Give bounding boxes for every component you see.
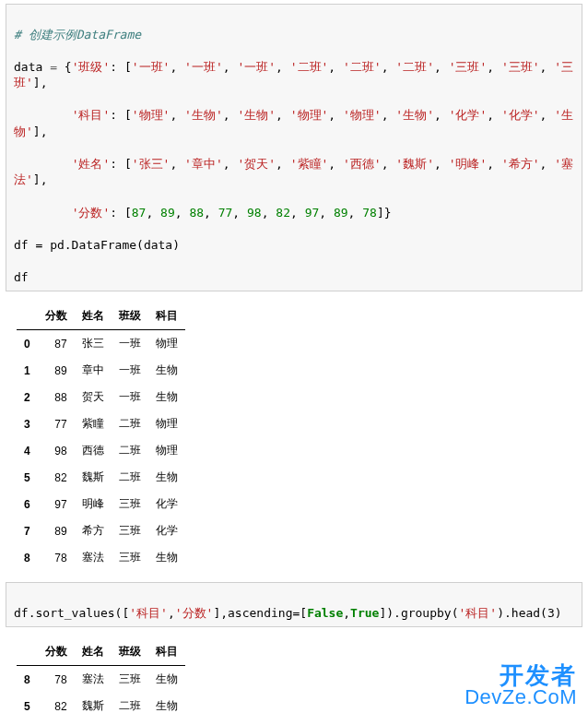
column-header: 科目	[148, 638, 185, 666]
cell: 一班	[112, 357, 148, 384]
table-row: 189章中一班生物	[17, 357, 185, 384]
cell: 97	[38, 491, 75, 517]
dataframe-output-2: 分数姓名班级科目 878塞法三班生物582魏斯二班生物288贺天一班生物377紫…	[0, 631, 588, 713]
cell: 生物	[148, 693, 185, 713]
table-body-1: 087张三一班物理189章中一班生物288贺天一班生物377紫瞳二班物理498西…	[17, 330, 185, 572]
table-row: 582魏斯二班生物	[17, 464, 185, 491]
dataframe-table-2: 分数姓名班级科目 878塞法三班生物582魏斯二班生物288贺天一班生物377紫…	[17, 638, 185, 713]
cell: 生物	[148, 464, 185, 491]
cell: 章中	[75, 357, 112, 384]
cell: 82	[38, 693, 75, 713]
table-row: 498西德二班物理	[17, 437, 185, 464]
table-body-2: 878塞法三班生物582魏斯二班生物288贺天一班生物377紫瞳二班物理087张…	[17, 666, 185, 713]
row-index: 7	[17, 517, 38, 544]
row-index: 3	[17, 410, 38, 437]
column-header: 姓名	[75, 303, 112, 330]
table-row: 377紫瞳二班物理	[17, 410, 185, 437]
row-index: 8	[17, 666, 38, 694]
list-vals4: 87, 89, 88, 77, 98, 82, 97, 89, 78	[132, 206, 377, 220]
row-index: 5	[17, 693, 38, 713]
cell: 生物	[148, 384, 185, 410]
row-index: 8	[17, 544, 38, 571]
cell: 二班	[112, 410, 148, 437]
table-row: 288贺天一班生物	[17, 384, 185, 410]
cell: 89	[38, 517, 75, 544]
cell: 化学	[148, 517, 185, 544]
cell: 一班	[112, 330, 148, 358]
table-header-row: 分数姓名班级科目	[17, 303, 185, 330]
cell: 三班	[112, 491, 148, 517]
table-row: 878塞法三班生物	[17, 666, 185, 694]
cell: 78	[38, 544, 75, 571]
row-index: 2	[17, 384, 38, 410]
cell: 二班	[112, 437, 148, 464]
code-comment: # 创建示例DataFrame	[14, 28, 141, 42]
table-row: 582魏斯二班生物	[17, 693, 185, 713]
table-header-row-2: 分数姓名班级科目	[17, 638, 185, 666]
column-header: 班级	[112, 303, 148, 330]
cell: 魏斯	[75, 464, 112, 491]
column-header: 姓名	[75, 638, 112, 666]
cell: 一班	[112, 384, 148, 410]
cell: 张三	[75, 330, 112, 358]
cell: 物理	[148, 410, 185, 437]
cell: 生物	[148, 357, 185, 384]
cell: 物理	[148, 437, 185, 464]
cell: 三班	[112, 666, 148, 694]
cell: 87	[38, 330, 75, 358]
cell: 生物	[148, 544, 185, 571]
cell: 88	[38, 384, 75, 410]
column-header: 科目	[148, 303, 185, 330]
table-row: 697明峰三班化学	[17, 491, 185, 517]
row-index: 5	[17, 464, 38, 491]
code-text: data	[14, 60, 50, 74]
table-row: 087张三一班物理	[17, 330, 185, 358]
table-row: 789希方三班化学	[17, 517, 185, 544]
row-index: 6	[17, 491, 38, 517]
cell: 98	[38, 437, 75, 464]
cell: 三班	[112, 544, 148, 571]
cell: 塞法	[75, 544, 112, 571]
row-index: 4	[17, 437, 38, 464]
row-index: 0	[17, 330, 38, 358]
column-header: 班级	[112, 638, 148, 666]
column-header: 分数	[38, 638, 75, 666]
cell: 77	[38, 410, 75, 437]
dataframe-output-1: 分数姓名班级科目 087张三一班物理189章中一班生物288贺天一班生物377紫…	[0, 295, 588, 578]
table-row: 878塞法三班生物	[17, 544, 185, 571]
cell: 魏斯	[75, 693, 112, 713]
cell: 塞法	[75, 666, 112, 694]
cell: 物理	[148, 330, 185, 358]
row-index: 1	[17, 357, 38, 384]
cell: 贺天	[75, 384, 112, 410]
cell: 89	[38, 357, 75, 384]
code-line-df: df = pd.DataFrame(data)	[14, 238, 180, 252]
column-header: 分数	[38, 303, 75, 330]
code-cell-1: # 创建示例DataFrame data = {'班级': ['一班', '一班…	[6, 4, 582, 291]
cell: 化学	[148, 491, 185, 517]
cell: 82	[38, 464, 75, 491]
cell: 西德	[75, 437, 112, 464]
cell: 二班	[112, 693, 148, 713]
dataframe-table-1: 分数姓名班级科目 087张三一班物理189章中一班生物288贺天一班生物377紫…	[17, 303, 185, 571]
cell: 78	[38, 666, 75, 694]
cell: 紫瞳	[75, 410, 112, 437]
cell: 明峰	[75, 491, 112, 517]
cell: 二班	[112, 464, 148, 491]
cell: 三班	[112, 517, 148, 544]
cell: 生物	[148, 666, 185, 694]
cell: 希方	[75, 517, 112, 544]
code-line-eval: df	[14, 270, 29, 284]
code-cell-2: df.sort_values(['科目','分数'],ascending=[Fa…	[6, 582, 582, 627]
